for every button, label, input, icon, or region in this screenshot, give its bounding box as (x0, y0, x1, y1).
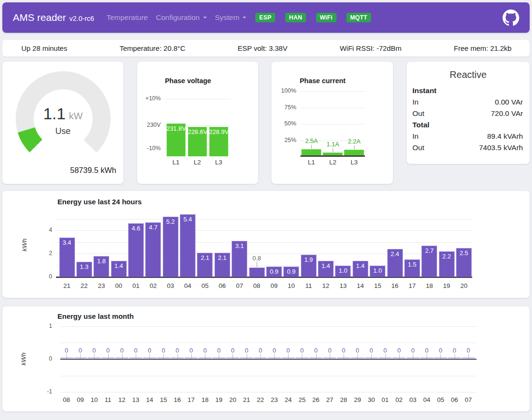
bar-value-label: 0.9 (283, 268, 300, 275)
x-tick-label: 06 (214, 282, 231, 289)
nav-item-system[interactable]: System (215, 13, 247, 22)
x-tick-label: 01 (127, 282, 144, 289)
bar-value-label: 3.4 (58, 239, 75, 246)
chevron-down-icon (243, 17, 246, 19)
nav-item-label: Configuration (156, 13, 199, 22)
x-tick-label: 15 (369, 282, 386, 289)
gridline (60, 343, 476, 343)
bar-leader-line (261, 354, 261, 359)
bar-value-label: 0 (199, 347, 211, 354)
y-tick-label: 0 (2, 355, 52, 362)
bar-leader-line (385, 354, 386, 359)
bar-value-label: 2.4 (386, 250, 403, 258)
bar-leader-line (371, 354, 372, 359)
current-bar-L3 (344, 150, 364, 155)
x-tick-label: 22 (75, 282, 93, 289)
bar-value-label: 0 (213, 347, 224, 354)
x-tick-label: L3 (345, 159, 363, 166)
y-tick-label: -10% (137, 145, 161, 152)
bar-value-label: 0 (88, 347, 100, 354)
y-tick-label: 100% (271, 87, 296, 94)
bar-leader-line (80, 354, 81, 359)
bar-value-label: 0 (75, 347, 86, 354)
bar-value-label: 0 (269, 347, 280, 354)
gridline (60, 376, 476, 376)
phase-current-card: Phase current 100%75%50%25%2.5AL11.1AL22… (271, 62, 393, 184)
y-tick-label: 2 (2, 250, 52, 257)
row-value: 720.0 VAr (491, 108, 523, 119)
bar-value-label: 0 (380, 347, 391, 354)
bar-value-label: 0 (130, 347, 141, 354)
github-icon (503, 10, 519, 26)
gauge-readout: 1.1kW Use (2, 105, 123, 136)
bar-leader-line (302, 354, 302, 359)
bar-leader-line (149, 354, 150, 359)
bar-value-label: 1.1A (322, 141, 343, 148)
power-gauge-card: 1.1kW Use 58739.5 kWh (2, 62, 123, 184)
bar-value-label: 2.2 (438, 253, 455, 260)
hour-bar-03 (163, 217, 178, 277)
bar-value-label: 0 (310, 347, 322, 354)
status-badge-esp: ESP (255, 13, 275, 22)
bar-leader-line (233, 354, 233, 359)
bar-value-label: 2.1 (214, 254, 231, 261)
bar-value-label: 1.3 (75, 263, 93, 270)
x-tick-label: L1 (303, 159, 320, 166)
connection-badges: ESP HAN WiFi MQTT (255, 13, 371, 22)
bar-leader-line (344, 354, 344, 359)
chevron-down-icon (203, 17, 207, 19)
x-axis-line (60, 359, 476, 360)
github-link[interactable] (503, 10, 519, 26)
wifi-rssi-text: WiFi RSSI: -72dBm (340, 44, 401, 52)
gauge-label: Use (2, 126, 123, 136)
bar-leader-line (66, 354, 67, 359)
y-tick-label: 25% (271, 137, 296, 143)
bar-value-label: 0 (421, 347, 432, 354)
section-header-label: Instant (412, 85, 437, 96)
bar-value-label: 2.5A (301, 137, 322, 144)
bar-leader-line (316, 354, 317, 359)
x-tick-label: 08 (248, 282, 265, 289)
row-label: In (412, 96, 419, 108)
x-axis-line (300, 155, 365, 157)
gridline (56, 242, 472, 243)
bar-leader-line (205, 354, 205, 359)
bar-value-label: 2.1 (196, 254, 214, 261)
x-tick-label: 16 (386, 282, 403, 289)
x-tick-label: 13 (335, 282, 352, 289)
x-tick-label: 00 (110, 282, 127, 289)
bar-leader-line (247, 354, 247, 359)
nav-links: Temperature Configuration System (106, 13, 246, 22)
bar-value-label: 1.8 (93, 258, 110, 265)
bar-leader-line (357, 354, 358, 359)
bar-leader-line (413, 354, 413, 359)
chart-title: Energy use last 24 hours (57, 198, 142, 206)
gridline (300, 124, 365, 124)
nav-item-temperature[interactable]: Temperature (106, 13, 148, 22)
bar-value-label: 0 (352, 347, 363, 354)
y-tick-label: +10% (137, 95, 161, 102)
bar-leader-line (288, 354, 289, 359)
x-tick-label: 04 (179, 282, 196, 289)
x-tick-label: 14 (352, 282, 369, 289)
bar-value-label: 5.2 (162, 218, 179, 225)
gridline (60, 392, 476, 392)
chart-title: Phase voltage (144, 77, 232, 85)
status-badge-han: HAN (285, 13, 306, 22)
free-mem-text: Free mem: 21.2kb (454, 44, 512, 52)
nav-item-label: Temperature (106, 13, 148, 22)
nav-item-configuration[interactable]: Configuration (156, 13, 206, 22)
bar-value-label: 5.4 (179, 216, 196, 223)
app-brand[interactable]: AMS reader v2.0-rc6 (13, 12, 94, 23)
bar-value-label: 0 (144, 347, 155, 354)
x-tick-label: 05 (196, 282, 214, 289)
bar-value-label: 2.7 (421, 247, 438, 254)
bar-value-label: 0 (296, 347, 308, 354)
reactive-section-header: Total (407, 119, 530, 131)
row-value: 0.00 VAr (495, 96, 523, 108)
bar-value-label: 2.2A (344, 138, 364, 145)
x-tick-label: 12 (317, 282, 335, 289)
status-badge-wifi: WiFi (316, 13, 336, 22)
bar-leader-line (108, 354, 109, 359)
reactive-row-instant-in: In 0.00 VAr (407, 96, 530, 108)
